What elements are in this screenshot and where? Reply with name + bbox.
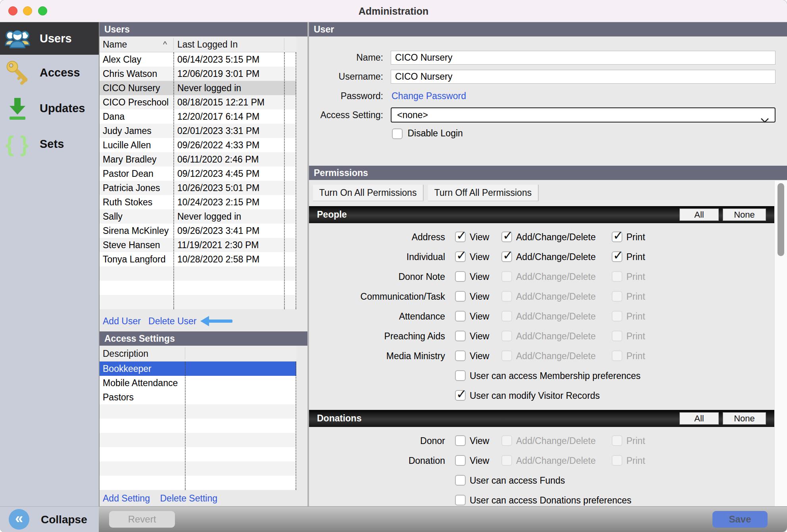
user-name-cell: Dana xyxy=(103,109,125,124)
table-row[interactable]: Pastor Dean09/12/2023 4:45 PM xyxy=(100,166,296,181)
individual-view-checkbox[interactable]: ✓ xyxy=(455,251,466,262)
section-header-donations: DonationsAllNone xyxy=(309,410,774,427)
checkmark-icon: ✓ xyxy=(613,229,624,242)
print-label: Print xyxy=(626,346,645,366)
table-row[interactable]: CICO NurseryNever logged in xyxy=(100,81,296,95)
column-divider xyxy=(173,52,174,309)
delete-user-link[interactable]: Delete User xyxy=(148,316,196,326)
table-row[interactable]: Dana12/20/2017 6:14 PM xyxy=(100,109,296,124)
collapse-label[interactable]: Collapse xyxy=(41,507,87,532)
column-header-description[interactable]: Description xyxy=(103,346,148,362)
user-name-cell: Sirena McKinley xyxy=(103,224,169,238)
change-password-link[interactable]: Change Password xyxy=(392,90,466,102)
table-row[interactable]: Alex Clay06/14/2023 5:15 PM xyxy=(100,52,296,67)
media-ministry-view-checkbox[interactable] xyxy=(455,350,466,361)
last-logged-in-cell: 09/26/2022 4:33 PM xyxy=(177,138,259,152)
user-can-access-membership-preferences-checkbox[interactable] xyxy=(455,370,466,381)
table-row[interactable]: Tonya Langford10/28/2020 2:58 PM xyxy=(100,252,296,266)
preaching-aids-view-checkbox[interactable] xyxy=(455,331,466,341)
sidebar-item-users[interactable]: Users xyxy=(0,22,99,55)
table-row[interactable]: Chris Watson12/06/2019 3:01 PM xyxy=(100,67,296,81)
sidebar: Users Access Updates xyxy=(0,22,99,532)
column-header-last-logged-in[interactable]: Last Logged In xyxy=(177,36,238,52)
view-label: View xyxy=(470,326,489,346)
delete-setting-link[interactable]: Delete Setting xyxy=(160,493,217,503)
checkmark-icon: ✓ xyxy=(456,229,467,242)
attendance-view-checkbox[interactable] xyxy=(455,311,466,321)
table-row[interactable]: Ruth Stokes10/24/2023 2:15 PM xyxy=(100,195,296,209)
donations-all-button[interactable]: All xyxy=(680,412,719,425)
empty-row xyxy=(100,476,296,490)
save-button[interactable]: Save xyxy=(712,511,768,528)
empty-row xyxy=(100,266,296,281)
table-row[interactable]: CICO Preschool08/18/2015 12:21 PM xyxy=(100,95,296,109)
collapse-icon[interactable]: « xyxy=(9,509,29,530)
access-setting-select[interactable]: <none> xyxy=(391,107,775,122)
turn-off-all-permissions-button[interactable]: Turn Off All Permissions xyxy=(428,185,539,201)
user-panel: User Name: Username: Password: Change Pa… xyxy=(308,22,787,532)
address-print-checkbox[interactable]: ✓ xyxy=(612,232,622,242)
permission-extra-label: User can access Funds xyxy=(470,471,565,490)
table-row[interactable]: Mary Bradley06/11/2020 2:46 PM xyxy=(100,152,296,166)
disable-login-row: Disable Login xyxy=(309,127,787,140)
table-row[interactable]: Judy James02/01/2023 3:31 PM xyxy=(100,124,296,138)
password-label: Password: xyxy=(309,90,383,102)
table-row[interactable]: Bookkeeper xyxy=(100,362,296,376)
communication-task-view-checkbox[interactable] xyxy=(455,291,466,302)
header-divider xyxy=(284,38,284,50)
sidebar-item-updates[interactable]: Updates xyxy=(0,90,99,126)
sidebar-item-access[interactable]: Access xyxy=(0,55,99,90)
disable-login-checkbox[interactable] xyxy=(392,128,403,139)
table-row[interactable]: Mobile Attendance xyxy=(100,376,296,390)
column-header-name[interactable]: Name xyxy=(103,36,127,52)
username-field[interactable] xyxy=(391,70,775,84)
sidebar-item-label: Users xyxy=(40,32,72,45)
table-row[interactable]: Steve Hansen11/19/2021 2:30 PM xyxy=(100,238,296,252)
user-name-cell: Judy James xyxy=(103,124,152,138)
donor-view-checkbox[interactable] xyxy=(455,435,466,446)
table-row[interactable]: Patricia Jones10/26/2023 5:01 PM xyxy=(100,181,296,195)
permissions-panel-header: Permissions xyxy=(309,166,787,180)
section-title: People xyxy=(317,206,347,223)
table-row[interactable]: Sirena McKinley09/26/2023 3:41 PM xyxy=(100,224,296,238)
permission-label: Media Ministry xyxy=(309,346,445,366)
description-cell: Bookkeeper xyxy=(103,362,152,376)
user-can-modify-visitor-records-checkbox[interactable]: ✓ xyxy=(455,390,466,401)
last-logged-in-cell: Never logged in xyxy=(177,209,241,224)
donation-view-checkbox[interactable] xyxy=(455,455,466,466)
people-all-button[interactable]: All xyxy=(680,209,719,221)
add-setting-link[interactable]: Add Setting xyxy=(103,493,150,503)
permission-row: ✓User can modify Visitor Records xyxy=(309,386,774,406)
scrollbar-track[interactable] xyxy=(774,181,787,532)
table-row[interactable]: Lucille Allen09/26/2022 4:33 PM xyxy=(100,138,296,152)
empty-row xyxy=(100,404,296,419)
address-acd-checkbox[interactable]: ✓ xyxy=(501,232,512,242)
individual-acd-checkbox[interactable]: ✓ xyxy=(501,251,512,262)
checkmark-icon: ✓ xyxy=(503,249,513,262)
people-none-button[interactable]: None xyxy=(723,209,766,221)
last-logged-in-cell: 02/01/2023 3:31 PM xyxy=(177,124,259,138)
table-row[interactable]: Pastors xyxy=(100,390,296,404)
donations-none-button[interactable]: None xyxy=(723,412,766,425)
user-can-access-funds-checkbox[interactable] xyxy=(455,475,466,486)
username-label: Username: xyxy=(309,70,383,84)
address-view-checkbox[interactable]: ✓ xyxy=(455,232,466,242)
sidebar-item-sets[interactable]: { } Sets xyxy=(0,126,99,162)
scrollbar-thumb[interactable] xyxy=(777,183,784,256)
individual-print-checkbox[interactable]: ✓ xyxy=(612,251,622,262)
permission-label: Attendance xyxy=(309,306,445,326)
add-user-link[interactable]: Add User xyxy=(103,316,141,326)
name-field[interactable] xyxy=(391,51,775,65)
header-divider xyxy=(173,38,174,50)
view-label: View xyxy=(470,346,489,366)
empty-row xyxy=(100,295,296,309)
donor-print-checkbox xyxy=(612,435,622,446)
table-row[interactable]: SallyNever logged in xyxy=(100,209,296,224)
turn-on-all-permissions-button[interactable]: Turn On All Permissions xyxy=(313,185,424,201)
donor-note-view-checkbox[interactable] xyxy=(455,271,466,282)
last-logged-in-cell: 09/12/2023 4:45 PM xyxy=(177,166,259,181)
user-can-access-donations-preferences-checkbox[interactable] xyxy=(455,495,466,505)
permission-label: Donor Note xyxy=(309,267,445,287)
print-label: Print xyxy=(626,247,645,267)
revert-button[interactable]: Revert xyxy=(109,511,175,528)
